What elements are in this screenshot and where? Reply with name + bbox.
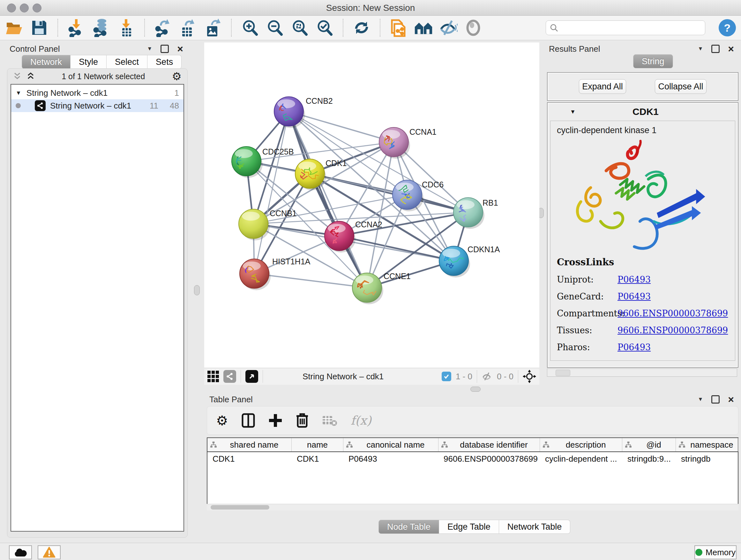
detach-view-icon[interactable] — [246, 370, 258, 383]
tab-network-table[interactable]: Network Table — [499, 520, 570, 534]
share-view-icon[interactable] — [223, 370, 236, 383]
table-body[interactable]: CDK1CDK1P064939606.ENSP00000378699cyclin… — [207, 452, 738, 465]
results-horizontal-scrollbar[interactable] — [547, 368, 737, 377]
column-header-database-identifier[interactable]: database identifier — [439, 438, 540, 451]
import-table-file-button[interactable] — [117, 18, 135, 37]
column-header-name[interactable]: name — [292, 438, 343, 451]
column-header-namespace[interactable]: namespace — [676, 438, 738, 451]
table-cell[interactable]: CDK1 — [207, 454, 292, 464]
sphere-view-button[interactable] — [464, 18, 482, 37]
delete-table-icon[interactable] — [322, 415, 337, 426]
edge-CCNB2-HIST1H1A[interactable] — [254, 111, 289, 273]
show-columns-icon[interactable] — [242, 413, 255, 428]
export-network-button[interactable] — [154, 18, 172, 37]
refresh-layout-button[interactable] — [352, 18, 371, 37]
table-cell[interactable]: CDK1 — [292, 454, 343, 464]
network-tree-child-row[interactable]: String Network – cdk1 11 48 — [11, 99, 184, 112]
network-canvas[interactable]: CCNB2CCNA1CDC25BCDK1CDC6RB1CCNB1CCNA2CDK… — [204, 43, 539, 368]
node-CDKN1A[interactable]: CDKN1A — [439, 245, 500, 277]
column-header--id[interactable]: @id — [622, 438, 676, 451]
panel-float-icon[interactable] — [711, 45, 720, 53]
table-row[interactable]: CDK1CDK1P064939606.ENSP00000378699cyclin… — [207, 452, 738, 465]
tab-network[interactable]: Network — [22, 55, 71, 69]
node-CCNA2[interactable]: CCNA2 — [325, 220, 382, 253]
table-cell[interactable]: cyclin-dependent ... — [540, 454, 622, 464]
node-HIST1H1A[interactable]: HIST1H1A — [240, 257, 311, 290]
tab-select[interactable]: Select — [107, 55, 147, 69]
panel-float-icon[interactable] — [160, 45, 169, 53]
node-CDC25B[interactable]: CDC25B — [232, 146, 294, 178]
tab-sets[interactable]: Sets — [147, 55, 182, 69]
save-session-button[interactable] — [30, 18, 49, 37]
panel-collapse-icon[interactable]: ▼ — [697, 46, 703, 52]
table-horizontal-scrollbar[interactable] — [207, 504, 738, 510]
results-entry-header[interactable]: ▼ CDK1 — [548, 103, 738, 121]
panel-close-icon[interactable]: × — [728, 46, 734, 52]
help-button[interactable]: ? — [719, 19, 736, 37]
panel-collapse-icon[interactable]: ▼ — [697, 396, 703, 402]
delete-column-trash-icon[interactable] — [296, 413, 309, 428]
column-header-canonical-name[interactable]: canonical name — [343, 438, 439, 451]
export-table-button[interactable] — [179, 18, 197, 37]
import-network-database-button[interactable] — [92, 18, 111, 37]
collapse-all-button[interactable]: Collapse All — [655, 79, 706, 94]
tab-node-table[interactable]: Node Table — [379, 520, 439, 534]
edge-CCNE1-HIST1H1A[interactable] — [254, 273, 367, 288]
hidden-eye-icon[interactable] — [482, 372, 492, 381]
warning-status-button[interactable] — [38, 545, 61, 559]
expand-all-button[interactable]: Expand All — [579, 79, 626, 94]
zoom-out-button[interactable] — [266, 18, 284, 37]
crosslink-value-link[interactable]: 9606.ENSP00000378699 — [617, 325, 728, 335]
grid-view-icon[interactable] — [207, 371, 219, 382]
crosslink-value-link[interactable]: P06493 — [617, 292, 651, 301]
node-RB1[interactable]: RB1 — [454, 198, 498, 229]
memory-button[interactable]: Memory — [694, 545, 737, 559]
panel-float-icon[interactable] — [711, 395, 720, 403]
chevron-double-down-icon[interactable] — [13, 72, 21, 80]
network-tree-root-row[interactable]: ▼ String Network – cdk1 1 — [11, 86, 184, 99]
crosslink-value-link[interactable]: P06493 — [617, 274, 651, 285]
tree-expander-icon[interactable]: ▼ — [16, 90, 21, 97]
panel-close-icon[interactable]: × — [177, 46, 183, 52]
network-graph[interactable]: CCNB2CCNA1CDC25BCDK1CDC6RB1CCNB1CCNA2CDK… — [204, 43, 539, 368]
tab-string[interactable]: String — [633, 54, 673, 68]
crosslink-value-link[interactable]: 9606.ENSP00000378699 — [617, 308, 728, 318]
string-import-button[interactable] — [389, 18, 408, 37]
string-home-button[interactable] — [414, 18, 433, 37]
glass-ball-toggle-button[interactable] — [439, 18, 458, 37]
table-cell[interactable]: stringdb — [676, 454, 738, 464]
cloud-status-button[interactable] — [9, 545, 32, 559]
add-column-icon[interactable] — [268, 414, 282, 428]
node-CDC6[interactable]: CDC6 — [393, 180, 444, 211]
node-CCNB1[interactable]: CCNB1 — [239, 209, 297, 240]
birdseye-crosshair-icon[interactable] — [523, 370, 536, 383]
edge-CCNA2-CDKN1A[interactable] — [339, 236, 454, 261]
zoom-selected-button[interactable] — [315, 18, 334, 37]
open-session-button[interactable] — [5, 18, 23, 37]
entry-collapse-icon[interactable]: ▼ — [570, 109, 576, 115]
panel-collapse-icon[interactable]: ▼ — [147, 46, 152, 52]
table-cell[interactable]: stringdb:9... — [622, 454, 676, 464]
node-CCNA1[interactable]: CCNA1 — [379, 127, 436, 159]
gear-icon[interactable]: ⚙ — [172, 70, 182, 83]
search-field[interactable] — [561, 23, 701, 33]
table-header-row[interactable]: shared namenamecanonical namedatabase id… — [207, 438, 738, 452]
import-network-file-button[interactable] — [67, 18, 85, 37]
table-settings-gear-icon[interactable]: ⚙ — [216, 413, 228, 428]
zoom-in-button[interactable] — [241, 18, 259, 37]
column-header-description[interactable]: description — [540, 438, 622, 451]
column-header-shared-name[interactable]: shared name — [207, 438, 292, 451]
selected-checkbox-icon[interactable] — [442, 372, 451, 381]
export-image-button[interactable] — [204, 18, 222, 37]
tab-style[interactable]: Style — [71, 55, 107, 69]
table-cell[interactable]: P06493 — [343, 454, 439, 464]
crosslink-value-link[interactable]: P06493 — [617, 342, 651, 352]
left-splitter-handle[interactable] — [194, 285, 200, 295]
zoom-fit-button[interactable] — [290, 18, 309, 37]
search-input[interactable] — [546, 20, 705, 35]
panel-close-icon[interactable]: × — [728, 396, 734, 402]
scrollbar-thumb[interactable] — [556, 370, 570, 376]
function-builder-icon[interactable]: f(x) — [351, 414, 372, 428]
table-cell[interactable]: 9606.ENSP00000378699 — [439, 454, 540, 464]
scrollbar-thumb[interactable] — [211, 505, 269, 509]
